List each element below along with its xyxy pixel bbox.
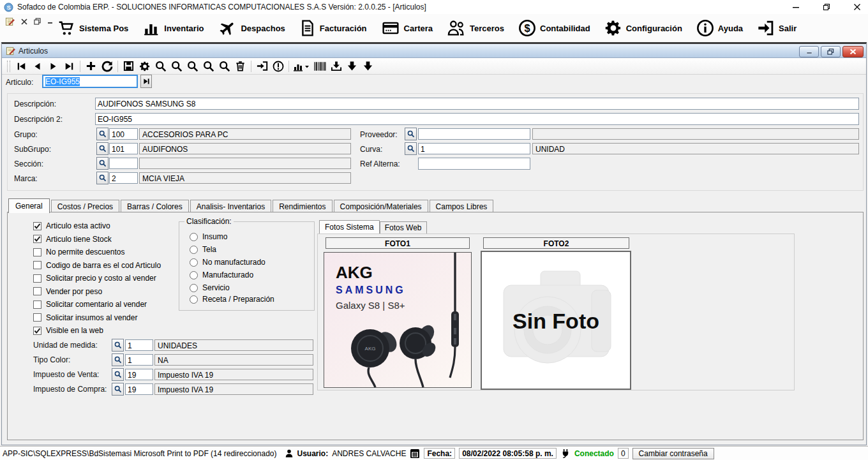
- save-button[interactable]: [121, 59, 136, 73]
- nav-next-button[interactable]: [46, 59, 61, 73]
- nav-first-button[interactable]: [14, 59, 29, 73]
- search-2-button[interactable]: [169, 59, 184, 73]
- search-4-button[interactable]: [201, 59, 216, 73]
- barcode-button[interactable]: [313, 59, 327, 73]
- checkbox-box[interactable]: [33, 274, 41, 283]
- proveedor-code-input[interactable]: [418, 128, 530, 140]
- tab-campos-libres[interactable]: Campos Libres: [430, 200, 494, 213]
- seccion-code-input[interactable]: [109, 158, 138, 169]
- search-3-button[interactable]: [185, 59, 200, 73]
- settings-button[interactable]: [137, 59, 152, 73]
- tab-analisis-inventarios[interactable]: Analisis- Inventarios: [190, 200, 271, 213]
- unidad-medida-code-input[interactable]: 1: [125, 339, 153, 351]
- checkbox-articulo-activo[interactable]: Articulo esta activo: [33, 221, 110, 230]
- impuesto-venta-code-input[interactable]: 19: [125, 369, 153, 380]
- close-button[interactable]: [853, 3, 862, 11]
- checkbox-box[interactable]: [33, 313, 41, 322]
- mdi-minimize-icon[interactable]: [47, 19, 53, 24]
- search-5-button[interactable]: [217, 59, 232, 73]
- tab-composicion-materiales[interactable]: Composición/Materiales: [334, 200, 428, 213]
- menu-item-sistema-pos[interactable]: Sistema Pos: [56, 20, 128, 36]
- descripcion2-input[interactable]: EO-IG955: [95, 113, 859, 125]
- menu-item-contabilidad[interactable]: $ Contabilidad: [518, 19, 590, 37]
- mdi-restore-icon[interactable]: [34, 18, 41, 25]
- chart-dropdown-button[interactable]: [292, 59, 311, 73]
- curva-search-button[interactable]: [405, 142, 417, 155]
- seccion-search-button[interactable]: [96, 157, 108, 170]
- child-restore-button[interactable]: [821, 46, 841, 57]
- radio-insumo[interactable]: Insumo: [190, 232, 227, 241]
- ref-alterna-input[interactable]: [418, 158, 530, 170]
- nav-last-button[interactable]: [62, 59, 77, 73]
- radio-circle[interactable]: [190, 233, 198, 241]
- search-1-button[interactable]: [153, 59, 168, 73]
- radio-circle[interactable]: [190, 246, 198, 254]
- radio-circle[interactable]: [190, 271, 198, 279]
- curva-code-input[interactable]: 1: [418, 143, 530, 154]
- refresh-button[interactable]: [100, 59, 114, 73]
- radio-manufacturado[interactable]: Manufacturado: [190, 271, 253, 279]
- add-record-button[interactable]: [84, 59, 98, 73]
- radio-servicio[interactable]: Servicio: [190, 283, 230, 292]
- menu-item-configuracion[interactable]: Configuración: [604, 19, 682, 37]
- menu-item-facturacion[interactable]: Facturación: [299, 19, 367, 37]
- tipo-color-code-input[interactable]: 1: [125, 354, 153, 366]
- radio-tela[interactable]: Tela: [190, 245, 216, 254]
- checkbox-box[interactable]: [33, 287, 41, 295]
- cambiar-contrasena-button[interactable]: Cambiar contraseña: [632, 448, 714, 459]
- checkbox-insumos-vender[interactable]: Solicitar insumos al vender: [33, 313, 137, 322]
- tab-rendimientos[interactable]: Rendimientos: [273, 200, 332, 213]
- grupo-search-button[interactable]: [96, 128, 108, 140]
- checkbox-box[interactable]: [33, 248, 41, 256]
- marca-code-input[interactable]: 2: [109, 172, 138, 184]
- subgrupo-search-button[interactable]: [96, 142, 108, 155]
- checkbox-box[interactable]: [33, 261, 41, 269]
- tab-fotos-sistema[interactable]: Fotos Sistema: [319, 220, 380, 234]
- child-minimize-button[interactable]: [799, 46, 819, 57]
- mdi-close-icon[interactable]: [21, 19, 27, 25]
- descripcion-input[interactable]: AUDIFONOS SAMSUNG S8: [95, 98, 859, 110]
- exit-form-button[interactable]: [255, 59, 269, 73]
- radio-no-manufacturado[interactable]: No manufacturado: [190, 258, 266, 267]
- checkbox-box[interactable]: [33, 327, 41, 335]
- menu-item-despachos[interactable]: Despachos: [218, 19, 285, 37]
- move-down-2-button[interactable]: [361, 59, 375, 73]
- tab-barras-colores[interactable]: Barras / Colores: [121, 200, 189, 213]
- impuesto-compra-search-button[interactable]: [112, 383, 124, 396]
- radio-circle[interactable]: [190, 258, 198, 267]
- move-down-1-button[interactable]: [345, 59, 359, 73]
- checkbox-box[interactable]: [33, 222, 41, 230]
- impuesto-venta-search-button[interactable]: [112, 368, 124, 381]
- subgrupo-code-input[interactable]: 101: [109, 143, 138, 154]
- articulo-input[interactable]: EO-IG955: [42, 75, 138, 88]
- checkbox-solicitar-precio[interactable]: Solicitar precio y costo al vender: [33, 274, 156, 283]
- unidad-medida-search-button[interactable]: [112, 339, 124, 352]
- tipo-color-search-button[interactable]: [112, 353, 124, 366]
- checkbox-box[interactable]: [33, 235, 41, 243]
- minimize-button[interactable]: [791, 3, 800, 11]
- menu-item-cartera[interactable]: Cartera: [381, 20, 433, 36]
- checkbox-tiene-stock[interactable]: Articulo tiene Stock: [33, 235, 112, 244]
- nav-prev-button[interactable]: [30, 59, 45, 73]
- radio-receta-preparacion[interactable]: Receta / Preparación: [190, 295, 274, 304]
- impuesto-compra-code-input[interactable]: 19: [125, 383, 153, 395]
- checkbox-vender-peso[interactable]: Vender por peso: [33, 287, 102, 296]
- menu-item-salir[interactable]: Salir: [757, 19, 797, 37]
- articulo-next-record-button[interactable]: [140, 75, 152, 88]
- toolbar-grip[interactable]: [7, 61, 10, 72]
- tab-general[interactable]: General: [8, 198, 50, 213]
- checkbox-comentario-vender[interactable]: Solicitar comentario al vender: [33, 300, 147, 309]
- alert-button[interactable]: [271, 59, 285, 73]
- child-close-button[interactable]: [842, 46, 864, 57]
- radio-circle[interactable]: [190, 295, 198, 304]
- delete-button[interactable]: [233, 59, 248, 73]
- checkbox-no-descuentos[interactable]: No permite descuentos: [33, 248, 124, 256]
- checkbox-visible-web[interactable]: Visible en la web: [33, 326, 103, 335]
- restore-button[interactable]: [822, 3, 831, 11]
- checkbox-codigo-barra[interactable]: Codigo de barra es el cod Articulo: [33, 261, 161, 270]
- menu-item-ayuda[interactable]: Ayuda: [696, 19, 743, 37]
- note-edit-icon[interactable]: [5, 17, 15, 26]
- radio-circle[interactable]: [190, 284, 198, 292]
- tab-costos-precios[interactable]: Costos / Precios: [51, 200, 119, 213]
- grupo-code-input[interactable]: 100: [109, 128, 138, 140]
